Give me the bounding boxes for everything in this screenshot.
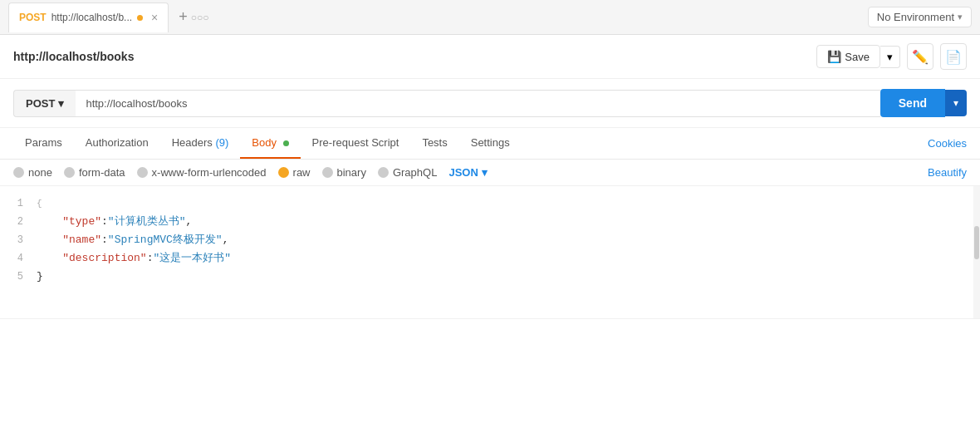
send-dropdown-button[interactable]: ▾ [945,90,967,116]
environment-selector[interactable]: No Environment ▾ [868,7,972,27]
line-content-3: "name":"SpringMVC终极开发", [33,231,980,249]
line-content-5: } [33,268,980,286]
plus-icon: + [179,8,188,26]
chevron-down-icon: ▾ [887,51,893,63]
body-type-form-data[interactable]: form-data [64,166,125,179]
tab-url: http://localhost/b... [51,12,132,23]
body-active-dot [283,140,289,146]
save-icon: 💾 [827,50,841,63]
tab-bar: POST http://localhost/b... × + ○○○ No En… [0,0,980,35]
request-header: http://localhost/books 💾 Save ▾ ✏️ 📄 [0,35,980,79]
tab-bar-left: POST http://localhost/b... × + ○○○ [8,2,216,32]
document-icon: 📄 [945,49,962,65]
tabs-nav: Params Authorization Headers (9) Body Pr… [0,128,980,160]
code-line-2: 2 "type":"计算机类丛书", [0,213,980,231]
header-actions: 💾 Save ▾ ✏️ 📄 [816,43,967,70]
method-label: POST [26,97,55,110]
body-type-binary[interactable]: binary [322,166,366,179]
url-input[interactable] [76,90,880,117]
body-type-none[interactable]: none [13,166,52,179]
save-button-group: 💾 Save ▾ [816,45,900,68]
chevron-down-icon: ▾ [58,97,64,110]
new-tab-button[interactable]: + ○○○ [172,5,215,29]
code-line-5: 5 } [0,268,980,286]
chevron-down-icon: ▾ [953,97,958,109]
method-selector[interactable]: POST ▾ [13,90,76,117]
save-label: Save [845,51,870,63]
send-button-group: Send ▾ [880,89,967,117]
tab-dot [137,15,143,21]
env-label: No Environment [877,11,954,23]
send-button[interactable]: Send [880,89,945,117]
tab-tests[interactable]: Tests [410,128,458,159]
radio-graphql [378,167,389,178]
more-icon: ○○○ [191,12,209,23]
line-content-2: "type":"计算机类丛书", [33,213,980,231]
tab-params[interactable]: Params [13,128,74,159]
body-type-raw[interactable]: raw [278,166,311,179]
body-types-left: none form-data x-www-form-urlencoded raw… [13,166,488,179]
save-dropdown-button[interactable]: ▾ [880,46,900,68]
radio-form-data [64,167,75,178]
tab-bar-right: No Environment ▾ [868,7,972,27]
line-num-4: 4 [0,249,33,268]
line-num-3: 3 [0,231,33,249]
code-val-name: "SpringMVC终极开发" [108,234,223,246]
edit-button[interactable]: ✏️ [907,43,933,70]
tab-body[interactable]: Body [240,128,300,159]
notes-button[interactable]: 📄 [940,43,967,70]
body-type-graphql[interactable]: GraphQL [378,166,437,179]
tabs-nav-left: Params Authorization Headers (9) Body Pr… [13,128,522,159]
tab-headers[interactable]: Headers (9) [160,128,241,159]
code-key-name: "name" [62,234,101,246]
code-val-type: "计算机类丛书" [108,215,186,228]
radio-binary [322,167,333,178]
tab-authorization[interactable]: Authorization [74,128,160,159]
body-types: none form-data x-www-form-urlencoded raw… [0,160,980,186]
tab-close-icon[interactable]: × [151,11,158,24]
tab-method: POST [19,12,47,23]
pencil-icon: ✏️ [912,49,929,65]
code-key-type: "type" [62,215,101,228]
body-type-urlencoded[interactable]: x-www-form-urlencoded [137,166,267,179]
scrollbar-thumb[interactable] [974,226,979,259]
line-num-2: 2 [0,213,33,231]
code-line-1: 1 { [0,194,980,213]
headers-badge: (9) [215,136,228,149]
line-num-5: 5 [0,268,33,286]
radio-urlencoded [137,167,148,178]
chevron-down-icon: ▾ [958,12,963,22]
active-tab[interactable]: POST http://localhost/b... × [8,2,169,32]
closing-brace: } [37,270,43,283]
code-key-desc: "description" [62,252,146,264]
beautify-button[interactable]: Beautify [928,166,967,179]
radio-raw [278,167,289,178]
code-val-desc: "这是一本好书" [153,252,231,264]
tab-pre-request[interactable]: Pre-request Script [301,128,411,159]
radio-none [13,167,24,178]
cookies-link[interactable]: Cookies [928,129,967,158]
code-line-3: 3 "name":"SpringMVC终极开发", [0,231,980,249]
url-bar: POST ▾ Send ▾ [0,79,980,128]
code-line-4: 4 "description":"这是一本好书" [0,249,980,268]
scrollbar-track [973,186,980,318]
tab-settings[interactable]: Settings [459,128,522,159]
save-button[interactable]: 💾 Save [816,45,880,68]
fold-icon: { [37,199,42,209]
code-editor[interactable]: 1 { 2 "type":"计算机类丛书", 3 "name":"SpringM… [0,186,980,319]
line-num-1: 1 [0,194,33,213]
request-title: http://localhost/books [13,50,134,63]
line-content-1: { [33,194,980,213]
json-type-selector[interactable]: JSON ▾ [448,166,487,179]
chevron-down-icon: ▾ [482,166,488,179]
line-content-4: "description":"这是一本好书" [33,249,980,268]
